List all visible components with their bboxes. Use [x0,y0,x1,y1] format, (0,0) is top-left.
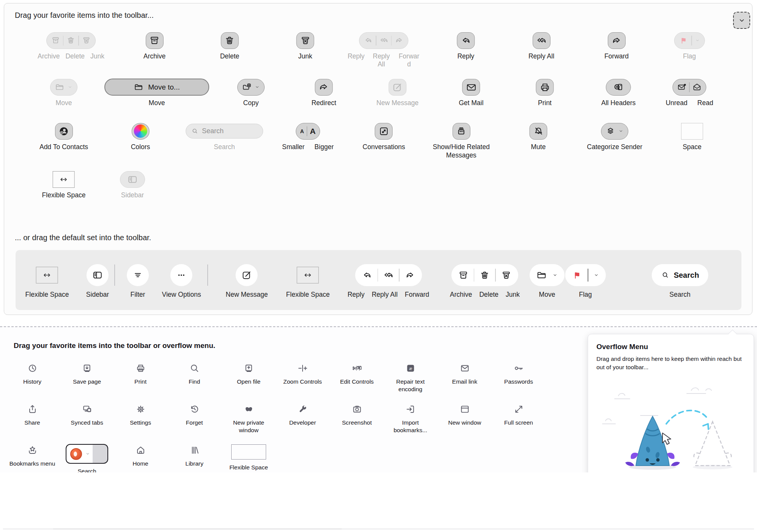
firefox-palette-item-forget[interactable]: Forget [169,402,219,427]
flag-icon [572,270,583,281]
folder-icon [536,270,547,281]
firefox-palette-item-flexible-space[interactable]: Flexible Space [224,443,274,471]
firefox-palette-item-passwords[interactable]: Passwords [494,361,544,386]
item-label: Search [77,467,96,472]
firefox-palette-item-print[interactable]: Print [115,361,166,386]
palette-item-move[interactable]: Move to...Move [104,79,209,107]
palette-item-flexible-space[interactable]: Flexible Space [42,171,86,200]
item-label: Redirect [311,99,336,107]
default-set-item-archive-delete-junk[interactable]: ArchiveDeleteJunk [450,264,520,299]
item-label: Junk [90,52,104,60]
palette-item-junk[interactable]: Junk [296,32,314,61]
new-message-button [236,264,258,286]
default-set-item-move[interactable]: Move [530,264,565,299]
firefox-palette-item-history[interactable]: History [7,361,57,386]
palette-item-new-message[interactable]: New Message [377,79,419,107]
firefox-palette-item-new-window[interactable]: New window [440,402,490,427]
palette-item-smaller-bigger[interactable]: AASmallerBigger [282,123,334,151]
space-box [681,123,703,140]
open-file-icon [244,363,254,373]
reply-reply-all-forward-group [359,32,408,49]
default-set-item-filter[interactable]: Filter [127,264,149,299]
firefox-palette-item-bookmarks-menu[interactable]: Bookmarks menu [7,443,57,467]
palette-item-reply-reply-all-forward[interactable]: ReplyReply AllForward [348,32,420,68]
firefox-palette-item-search[interactable]: Search [62,443,112,472]
firefox-palette-item-screenshot[interactable]: Screenshot [332,402,382,427]
item-label: Reply [348,52,365,60]
toolbar-divider [207,264,208,286]
palette-item-colors[interactable]: Colors [131,123,150,151]
default-set-item-sidebar[interactable]: Sidebar [86,264,109,299]
firefox-palette-item-settings[interactable]: Settings [115,402,166,427]
archive-button [145,32,163,49]
item-label: New window [448,419,481,427]
letter-a-small-icon: A [300,128,304,134]
default-set-item-view-options[interactable]: View Options [162,264,201,299]
palette-item-reply-all[interactable]: Reply All [528,32,554,61]
reply-all-icon [379,36,389,45]
chevron-down-icon[interactable] [733,12,750,29]
new-message-button [388,79,406,96]
firefox-palette-item-developer[interactable]: Developer [278,402,328,427]
palette-item-categorize-sender[interactable]: Categorize Sender [587,123,642,151]
overflow-menu-panel[interactable]: Overflow Menu Drag and drop items here t… [588,334,754,472]
firefox-palette-item-share[interactable]: Share [7,402,57,427]
firefox-palette-item-save-page[interactable]: Save page [62,361,112,386]
palette-item-show-hide-related-messages[interactable]: Show/Hide Related Messages [427,123,495,160]
item-label: Forget [186,419,203,427]
item-label: Space [683,143,702,151]
item-label: Archive [38,52,60,60]
firefox-palette-item-import-bookmarks[interactable]: Import bookmarks... [385,402,435,434]
window-bottom-divider-segment [53,529,342,529]
default-set-item-flag[interactable]: Flag [565,264,606,299]
palette-item-get-mail[interactable]: Get Mail [459,79,483,107]
palette-item-mute[interactable]: Mute [530,123,547,151]
item-label: Bigger [314,143,334,151]
search-field[interactable]: Search [652,264,708,286]
default-set-item-flexible-space[interactable]: Flexible Space [25,264,69,299]
firefox-palette-item-find[interactable]: Find [169,361,219,386]
firefox-palette-item-home[interactable]: Home [115,443,166,467]
palette-item-all-headers[interactable]: All Headers [601,79,636,107]
palette-item-archive-delete-junk[interactable]: ArchiveDeleteJunk [38,32,104,60]
default-set-item-new-message[interactable]: New Message [226,264,268,299]
firefox-palette-item-edit-controls[interactable]: Edit Controls [332,361,382,386]
palette-item-reply[interactable]: Reply [457,32,475,61]
palette-item-space[interactable]: Space [681,123,703,151]
bookmarks-star-icon [27,445,38,455]
default-set-item-flexible-space[interactable]: Flexible Space [286,264,330,299]
palette-item-copy[interactable]: Copy [237,79,265,107]
reply-all-button [533,32,550,49]
firefox-palette-item-email-link[interactable]: Email link [440,361,490,386]
palette-item-add-to-contacts[interactable]: Add To Contacts [39,123,88,151]
firefox-palette-item-open-file[interactable]: Open file [224,361,274,386]
firefox-palette-item-repair-text-encoding[interactable]: æRepair text encoding [385,361,435,393]
flex-arrow-icon [41,269,53,281]
divider [63,36,64,46]
palette-item-unread-read[interactable]: UnreadRead [666,79,713,107]
palette-item-redirect[interactable]: Redirect [311,79,336,107]
palette-item-flag[interactable]: Flag [674,32,705,61]
flexible-space-box [231,444,266,460]
palette-item-sidebar[interactable]: Sidebar [120,171,145,200]
search-input[interactable]: Search [186,124,263,139]
firefox-palette-item-synced-tabs[interactable]: Synced tabs [62,402,112,427]
item-label: Show/Hide Related Messages [427,143,495,160]
default-set-item-reply-reply-all-forward[interactable]: ReplyReply AllForward [347,264,429,299]
firefox-palette-item-library[interactable]: Library [169,443,219,467]
firefox-palette-item-zoom-controls[interactable]: Zoom Controls [278,361,328,386]
default-set-item-search[interactable]: SearchSearch [652,264,708,299]
firefox-palette-item-full-screen[interactable]: Full screen [494,402,544,427]
palette-item-archive[interactable]: Archive [144,32,166,61]
palette-item-conversations[interactable]: Conversations [363,123,405,151]
palette-item-search[interactable]: SearchSearch [186,123,263,151]
item-label: Reply [347,291,364,299]
palette-item-delete[interactable]: Delete [220,32,240,61]
item-label: Print [134,378,147,386]
firefox-palette-item-new-private-window[interactable]: New private window [224,402,274,434]
palette-item-forward[interactable]: Forward [604,32,629,61]
related-messages-icon [456,126,467,137]
palette-item-print[interactable]: Print [536,79,554,107]
forward-icon [611,35,622,46]
palette-item-move[interactable]: Move [50,79,77,107]
